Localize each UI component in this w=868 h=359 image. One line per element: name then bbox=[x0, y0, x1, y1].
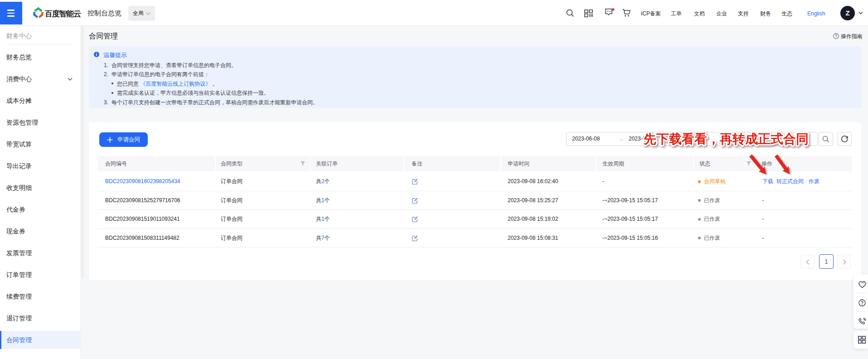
svg-text:先下载看看，再转成正式合同: 先下载看看，再转成正式合同 bbox=[643, 132, 809, 146]
